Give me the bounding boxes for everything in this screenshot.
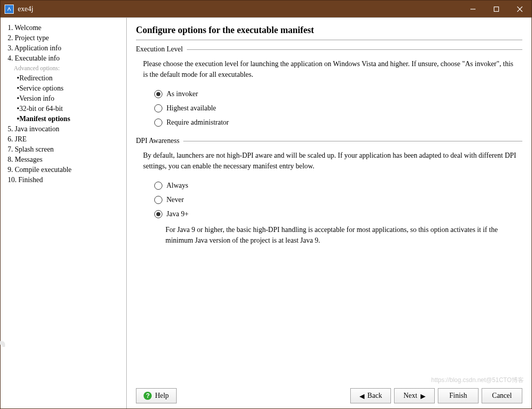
dpi-awareness-radio[interactable]: Never bbox=[136, 193, 522, 207]
main-panel: Configure options for the executable man… bbox=[127, 18, 531, 408]
page-title: Configure options for the executable man… bbox=[136, 25, 522, 40]
dpi-awareness-label: DPI Awareness bbox=[136, 137, 179, 145]
back-button-label: Back bbox=[368, 392, 382, 400]
app-icon bbox=[5, 5, 14, 14]
close-button[interactable] bbox=[508, 1, 531, 17]
execution-level-radio[interactable]: As invoker bbox=[136, 87, 522, 101]
radio-icon bbox=[154, 90, 162, 98]
next-button-label: Next bbox=[403, 392, 417, 400]
maximize-button[interactable] bbox=[485, 1, 508, 17]
radio-label: Require administrator bbox=[166, 119, 229, 127]
execution-level-radio[interactable]: Require administrator bbox=[136, 115, 522, 130]
dpi-awareness-group: DPI Awareness By default, launchers are … bbox=[136, 137, 522, 246]
dpi-awareness-radio[interactable]: Always bbox=[136, 179, 522, 193]
sidebar-sub-item[interactable]: 32-bit or 64-bit bbox=[8, 104, 123, 114]
sidebar-sub-item[interactable]: Manifest options bbox=[8, 114, 123, 124]
radio-label: As invoker bbox=[166, 90, 198, 98]
java9-sub-description: For Java 9 or higher, the basic high-DPI… bbox=[136, 221, 522, 246]
sidebar-sub-item[interactable]: Redirection bbox=[8, 73, 123, 83]
app-window: exe4j 1. Welcome2. Project type3. Applic… bbox=[0, 0, 532, 409]
radio-icon bbox=[154, 210, 162, 218]
cancel-button[interactable]: Cancel bbox=[482, 388, 522, 403]
minimize-button[interactable] bbox=[461, 1, 485, 17]
titlebar[interactable]: exe4j bbox=[1, 1, 531, 17]
arrow-left-icon: ◀ bbox=[359, 392, 365, 400]
sidebar-item[interactable]: 4. Executable info bbox=[8, 53, 123, 64]
cancel-button-label: Cancel bbox=[492, 392, 512, 400]
arrow-right-icon: ▶ bbox=[421, 392, 426, 400]
next-button[interactable]: Next ▶ bbox=[394, 388, 435, 403]
sidebar-brand: exe4j bbox=[0, 340, 6, 403]
sidebar-item[interactable]: 1. Welcome bbox=[8, 23, 123, 33]
sidebar-item[interactable]: 9. Compile executable bbox=[8, 165, 123, 175]
finish-button-label: Finish bbox=[449, 392, 467, 400]
svg-rect-1 bbox=[494, 7, 499, 11]
sidebar-item[interactable]: 5. Java invocation bbox=[8, 124, 123, 134]
button-bar: ? Help ◀ Back Next ▶ Finish Cancel bbox=[136, 383, 522, 403]
dpi-awareness-desc: By default, launchers are not high-DPI a… bbox=[136, 150, 522, 179]
radio-icon bbox=[154, 104, 162, 112]
sidebar-item[interactable]: 8. Messages bbox=[8, 155, 123, 165]
radio-label: Java 9+ bbox=[166, 210, 188, 218]
radio-icon bbox=[154, 196, 162, 204]
help-icon: ? bbox=[144, 392, 152, 400]
advanced-options-header: Advanced options: bbox=[8, 64, 123, 73]
sidebar-item[interactable]: 2. Project type bbox=[8, 33, 123, 43]
radio-icon bbox=[154, 119, 162, 127]
dpi-awareness-radio[interactable]: Java 9+ bbox=[136, 207, 522, 221]
sidebar-item[interactable]: 6. JRE bbox=[8, 134, 123, 144]
sidebar-item[interactable]: 10. Finished bbox=[8, 175, 123, 185]
radio-label: Never bbox=[166, 196, 184, 204]
client-area: 1. Welcome2. Project type3. Application … bbox=[1, 17, 531, 408]
radio-label: Always bbox=[166, 182, 188, 190]
sidebar-sub-item[interactable]: Service options bbox=[8, 83, 123, 94]
help-button[interactable]: ? Help bbox=[136, 388, 177, 403]
execution-level-group: Execution Level Please choose the execut… bbox=[136, 45, 522, 130]
radio-label: Highest available bbox=[166, 104, 216, 112]
execution-level-label: Execution Level bbox=[136, 45, 183, 53]
execution-level-radio[interactable]: Highest available bbox=[136, 101, 522, 115]
radio-icon bbox=[154, 182, 162, 190]
sidebar-item[interactable]: 7. Splash screen bbox=[8, 144, 123, 155]
back-button[interactable]: ◀ Back bbox=[350, 388, 391, 403]
content-scroll: Execution Level Please choose the execut… bbox=[136, 45, 522, 383]
window-title: exe4j bbox=[18, 5, 33, 13]
help-button-label: Help bbox=[155, 392, 169, 400]
execution-level-desc: Please choose the execution level for la… bbox=[136, 59, 522, 87]
sidebar-item[interactable]: 3. Application info bbox=[8, 43, 123, 53]
wizard-sidebar: 1. Welcome2. Project type3. Application … bbox=[1, 18, 127, 408]
sidebar-sub-item[interactable]: Version info bbox=[8, 94, 123, 104]
finish-button[interactable]: Finish bbox=[438, 388, 479, 403]
